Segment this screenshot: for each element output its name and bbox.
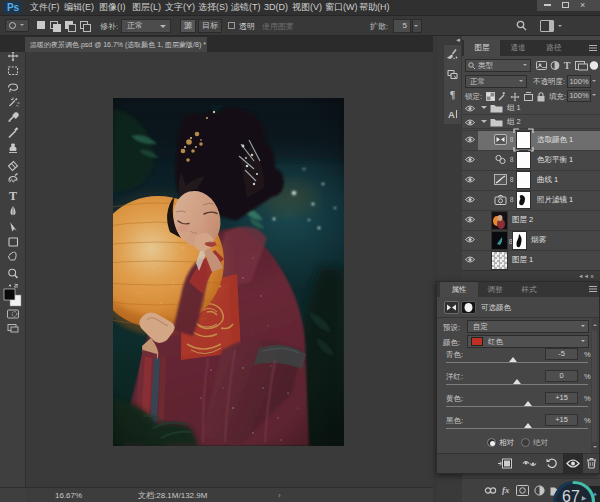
svg-text:A: A — [448, 109, 455, 120]
svg-text:67: 67 — [562, 488, 580, 502]
svg-text:T: T — [9, 189, 17, 203]
svg-text:T: T — [564, 60, 571, 71]
svg-text:¶: ¶ — [450, 89, 455, 100]
